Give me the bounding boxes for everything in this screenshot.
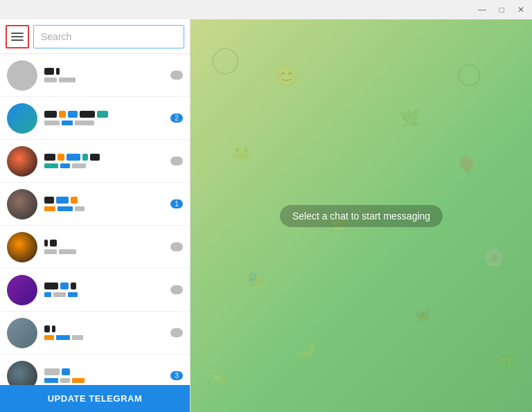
name-block [59, 111, 66, 118]
chat-item[interactable] [0, 140, 190, 183]
main-content: 😊 🌿 🐸 🎈 ⭐ 🌸 🎭 🦋 🌙 🍀 💫 Select a chat to s… [190, 19, 532, 412]
preview-block [44, 292, 51, 297]
chat-item[interactable]: 2 [0, 97, 190, 140]
chat-name-row [44, 197, 170, 204]
chat-name [44, 325, 55, 332]
name-block [44, 111, 57, 118]
chat-item[interactable] [0, 54, 190, 97]
avatar [7, 189, 37, 220]
chat-content [44, 197, 170, 211]
unread-badge: 1 [170, 199, 183, 208]
chat-item[interactable]: 3 [0, 355, 190, 385]
preview-block [44, 163, 58, 168]
chat-name-row [44, 240, 170, 247]
preview-block [44, 78, 57, 82]
preview-block [44, 378, 58, 383]
svg-text:💫: 💫 [211, 368, 229, 385]
avatar [7, 232, 37, 262]
chat-preview [44, 292, 170, 297]
preview-block [75, 120, 94, 125]
name-block [44, 240, 48, 247]
preview-block [60, 378, 70, 383]
name-block [44, 325, 50, 332]
chat-preview [44, 78, 170, 82]
name-block [56, 197, 69, 204]
name-block [50, 240, 57, 247]
chat-name [44, 283, 76, 289]
preview-block [59, 249, 76, 254]
chat-name [44, 197, 78, 204]
name-block [80, 111, 95, 118]
chat-item[interactable]: 1 [0, 183, 190, 226]
preview-block [59, 78, 76, 82]
hamburger-icon [11, 33, 24, 41]
preview-block [44, 120, 60, 125]
preview-block [72, 378, 85, 383]
name-block [66, 154, 80, 161]
chat-item[interactable] [0, 312, 190, 355]
app-container: 2 [0, 19, 532, 412]
name-block [44, 154, 55, 161]
avatar [7, 275, 37, 305]
title-bar: — □ ✕ [0, 0, 532, 19]
chat-name-row [44, 325, 170, 332]
select-chat-message: Select a chat to start messaging [280, 205, 443, 227]
chat-content [44, 111, 170, 125]
chat-name-row [44, 154, 170, 161]
chat-name [44, 154, 100, 161]
preview-block [62, 120, 73, 125]
svg-text:🍀: 🍀 [497, 353, 517, 372]
chat-name-row [44, 68, 170, 75]
preview-block [44, 206, 55, 211]
chat-item[interactable] [0, 269, 190, 312]
svg-point-1 [459, 64, 479, 85]
close-button[interactable]: ✕ [515, 4, 526, 15]
name-block [44, 197, 54, 204]
search-input[interactable] [33, 25, 184, 48]
svg-text:🦋: 🦋 [414, 306, 432, 323]
minimize-button[interactable]: — [477, 4, 488, 15]
avatar [7, 146, 37, 177]
chat-item[interactable] [0, 226, 190, 269]
menu-button[interactable] [6, 25, 29, 48]
chat-name-row [44, 111, 170, 118]
name-block [62, 368, 70, 375]
name-block [82, 154, 88, 161]
chat-name [44, 240, 57, 247]
chat-name-row [44, 283, 170, 289]
svg-text:🌙: 🌙 [295, 338, 317, 358]
avatar [7, 103, 37, 134]
svg-text:🌿: 🌿 [400, 108, 421, 128]
chat-content [44, 283, 170, 297]
chat-content [44, 68, 170, 82]
preview-block [57, 206, 73, 211]
chat-name [44, 368, 70, 375]
svg-point-0 [213, 48, 238, 73]
unread-badge [170, 285, 183, 294]
chat-preview [44, 120, 170, 125]
svg-text:🐸: 🐸 [232, 144, 251, 163]
name-block [68, 111, 78, 118]
svg-text:🌸: 🌸 [484, 247, 505, 267]
update-telegram-button[interactable]: UPDATE TELEGRAM [0, 385, 190, 412]
name-block [97, 111, 108, 118]
chat-preview [44, 378, 170, 383]
chat-content [44, 368, 170, 383]
svg-text:😊: 😊 [274, 64, 299, 87]
svg-text:🎭: 🎭 [246, 269, 265, 288]
maximize-button[interactable]: □ [496, 4, 507, 15]
chat-content [44, 240, 170, 254]
preview-block [72, 335, 83, 340]
preview-block [72, 163, 86, 168]
unread-badge [170, 71, 183, 80]
name-block [71, 197, 78, 204]
preview-block [75, 206, 85, 211]
unread-badge [170, 156, 183, 165]
unread-badge [170, 242, 183, 251]
chat-name [44, 68, 60, 75]
chat-name [44, 111, 108, 118]
chat-list: 2 [0, 54, 190, 385]
name-block [44, 283, 58, 289]
name-block [44, 68, 54, 75]
chat-preview [44, 335, 170, 340]
